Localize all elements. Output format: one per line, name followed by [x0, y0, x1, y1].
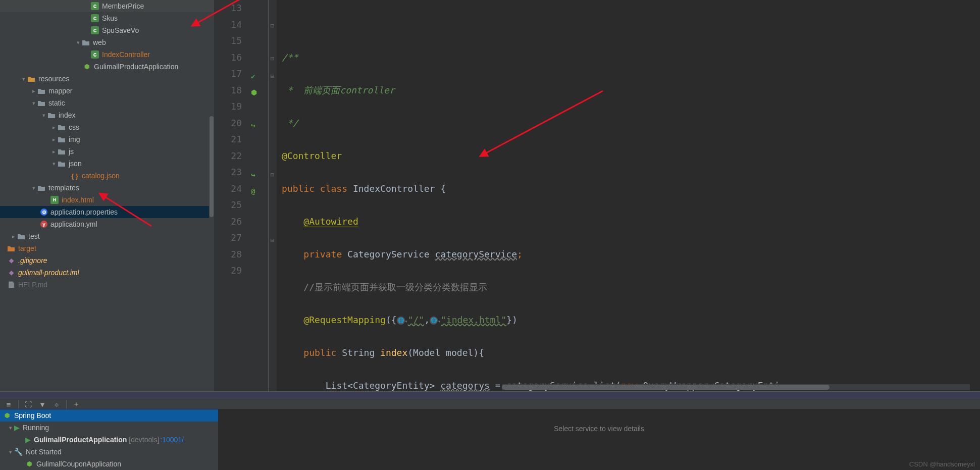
- chevron-right-icon[interactable]: [50, 148, 58, 155]
- services-app-notstarted[interactable]: ⬢ GulimallCouponApplication: [0, 458, 218, 470]
- tree-item-web[interactable]: web: [0, 36, 214, 48]
- chevron-down-icon[interactable]: [40, 112, 47, 119]
- line-number: 23: [214, 164, 242, 181]
- code-editor[interactable]: 13 14 15 16 17 18 19 20 21 22 23 24 25 2…: [214, 0, 980, 391]
- tree-item-resources[interactable]: resources: [0, 73, 214, 85]
- globe-icon[interactable]: 🌐: [397, 317, 405, 325]
- folder-icon: [82, 38, 90, 46]
- code-text: "/": [408, 315, 425, 325]
- chevron-down-icon[interactable]: [7, 425, 14, 431]
- globe-icon[interactable]: 🌐: [430, 317, 438, 325]
- sidebar-scrollbar[interactable]: [209, 101, 214, 273]
- services-devtools: [devtools]: [129, 436, 159, 444]
- code-text: private: [303, 249, 347, 259]
- scroll-thumb[interactable]: [210, 116, 214, 217]
- chevron-right-icon[interactable]: [50, 124, 58, 131]
- gutter-spring-icon[interactable]: ⬢: [251, 84, 260, 93]
- tree-item-templates[interactable]: templates: [0, 182, 214, 194]
- gutter-web-icon[interactable]: ↪ @: [251, 167, 260, 176]
- tree-label: resources: [38, 75, 69, 83]
- toolbar-icon[interactable]: ≡: [4, 400, 13, 409]
- fold-marker[interactable]: ⊟: [269, 68, 276, 85]
- tree-item-appprops[interactable]: ⚙application.properties: [0, 206, 214, 218]
- services-node-running[interactable]: ▶ Running: [0, 422, 218, 434]
- line-number: 14: [214, 17, 242, 33]
- tree-item-gitignore[interactable]: ◆.gitignore: [0, 254, 214, 267]
- chevron-down-icon[interactable]: [30, 100, 37, 107]
- scroll-thumb[interactable]: [502, 385, 830, 390]
- tree-item-mapper[interactable]: mapper: [0, 85, 214, 97]
- chevron-down-icon[interactable]: [7, 449, 14, 455]
- chevron-down-icon[interactable]: [75, 39, 82, 46]
- tree-item-test[interactable]: test: [0, 230, 214, 242]
- tree-item-spusavevo[interactable]: cSpuSaveVo: [0, 24, 214, 36]
- tree-label: templates: [48, 184, 79, 192]
- services-tree[interactable]: ⬢ Spring Boot ▶ Running ▶ GulimallProduc…: [0, 409, 218, 470]
- fold-marker[interactable]: ⊟: [269, 167, 276, 183]
- class-icon: c: [91, 26, 99, 34]
- spring-icon: ⬢: [83, 63, 91, 71]
- chevron-down-icon[interactable]: [50, 161, 58, 167]
- tree-item-json[interactable]: json: [0, 158, 214, 170]
- code-text: index: [380, 347, 407, 358]
- tree-item-memberprice[interactable]: cMemberPrice: [0, 0, 214, 12]
- tree-item-indexhtml[interactable]: Hindex.html: [0, 194, 214, 206]
- tree-item-img[interactable]: img: [0, 133, 214, 145]
- tree-item-indexcontroller[interactable]: cIndexController: [0, 48, 214, 61]
- gutter-implement-icon[interactable]: ✔: [251, 68, 260, 77]
- tree-label: json: [69, 160, 82, 168]
- toolbar-icon[interactable]: ⟐: [52, 400, 61, 409]
- fold-gutter[interactable]: ⊟ ⊟ ⊟ ⊟ ⊟: [269, 0, 277, 391]
- chevron-right-icon[interactable]: [50, 136, 58, 143]
- services-label: GulimallCouponApplication: [36, 460, 121, 468]
- code-text: ;: [517, 249, 523, 259]
- gutter-bean-icon[interactable]: ↪: [251, 117, 260, 126]
- horizontal-scrollbar[interactable]: [502, 384, 970, 390]
- chevron-down-icon[interactable]: [20, 76, 27, 82]
- line-number: 24: [214, 181, 242, 197]
- code-text: IndexController: [353, 183, 440, 194]
- toolbar-icon[interactable]: ⛶: [24, 400, 33, 409]
- fold-marker[interactable]: ⊟: [269, 18, 276, 34]
- code-text: *: [282, 85, 303, 95]
- code-content[interactable]: /** * 前端页面controller */ @Controller publ…: [277, 0, 980, 391]
- code-text: List<CategoryEntity>: [326, 380, 441, 391]
- tree-item-index-folder[interactable]: index: [0, 109, 214, 121]
- filter-icon[interactable]: ▼: [38, 400, 47, 409]
- tree-label: web: [93, 38, 106, 46]
- services-app-running[interactable]: ▶ GulimallProductApplication [devtools] …: [0, 434, 218, 446]
- services-node-notstarted[interactable]: 🔧 Not Started: [0, 446, 218, 458]
- watermark: CSDN @handsomeyxl: [909, 460, 975, 468]
- code-text: //显示前端页面并获取一级分类分类数据显示: [303, 282, 487, 292]
- line-number: 16: [214, 49, 242, 66]
- project-tree[interactable]: cMemberPrice cSkus cSpuSaveVo web cIndex…: [0, 0, 214, 391]
- services-label: Not Started: [26, 448, 62, 456]
- tree-item-static[interactable]: static: [0, 97, 214, 109]
- tree-label: application.yml: [50, 220, 97, 228]
- tree-item-js[interactable]: js: [0, 145, 214, 158]
- services-node-springboot[interactable]: ⬢ Spring Boot: [0, 409, 218, 422]
- chevron-right-icon[interactable]: [30, 88, 37, 94]
- tree-item-appyml[interactable]: yapplication.yml: [0, 218, 214, 230]
- services-port[interactable]: :10001/: [160, 436, 184, 444]
- tree-label: mapper: [48, 87, 72, 95]
- tree-item-target[interactable]: target: [0, 242, 214, 254]
- fold-marker[interactable]: ⊟: [269, 50, 276, 67]
- line-number: 19: [214, 98, 242, 115]
- fold-marker[interactable]: ⊟: [269, 232, 276, 249]
- tree-item-catalogjson[interactable]: { }catalog.json: [0, 170, 214, 182]
- chevron-down-icon[interactable]: [30, 185, 37, 191]
- tree-item-skus[interactable]: cSkus: [0, 12, 214, 24]
- code-text: @RequestMapping: [303, 315, 386, 325]
- line-number: 13: [214, 0, 242, 17]
- chevron-right-icon[interactable]: [10, 233, 17, 240]
- tree-item-helpmd[interactable]: 📄HELP.md: [0, 279, 214, 291]
- code-text: categorys: [440, 380, 490, 391]
- tree-item-css[interactable]: css: [0, 121, 214, 133]
- code-text: categoryService: [435, 249, 517, 259]
- tree-label: js: [69, 147, 74, 155]
- panel-divider[interactable]: [0, 391, 980, 400]
- tree-item-gulimallapp[interactable]: ⬢GulimallProductApplication: [0, 61, 214, 73]
- tree-item-iml[interactable]: ◆gulimall-product.iml: [0, 267, 214, 279]
- add-icon[interactable]: ＋: [72, 400, 81, 409]
